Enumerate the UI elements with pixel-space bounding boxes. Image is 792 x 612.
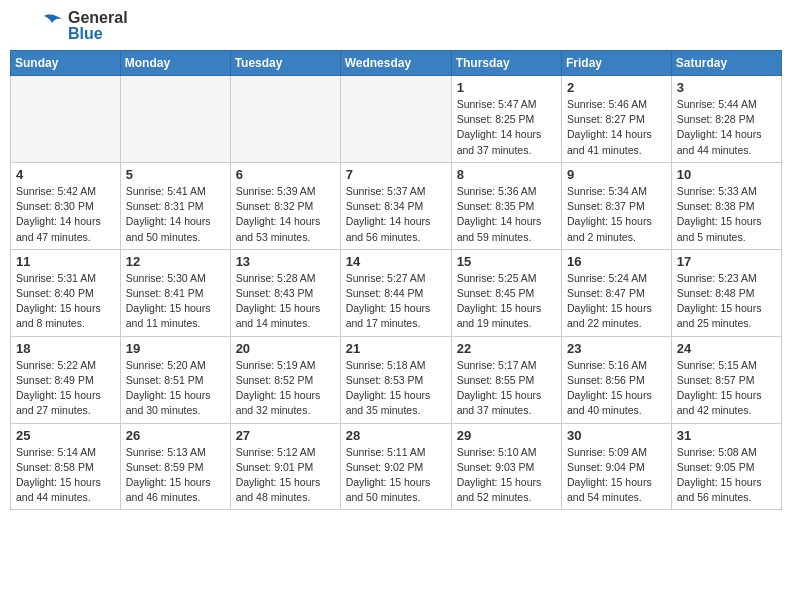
day-info: Sunrise: 5:31 AM Sunset: 8:40 PM Dayligh… bbox=[16, 271, 115, 332]
calendar-cell: 19Sunrise: 5:20 AM Sunset: 8:51 PM Dayli… bbox=[120, 336, 230, 423]
day-info: Sunrise: 5:36 AM Sunset: 8:35 PM Dayligh… bbox=[457, 184, 556, 245]
day-number: 2 bbox=[567, 80, 666, 95]
day-number: 15 bbox=[457, 254, 556, 269]
day-number: 27 bbox=[236, 428, 335, 443]
day-number: 12 bbox=[126, 254, 225, 269]
calendar-cell: 26Sunrise: 5:13 AM Sunset: 8:59 PM Dayli… bbox=[120, 423, 230, 510]
day-info: Sunrise: 5:23 AM Sunset: 8:48 PM Dayligh… bbox=[677, 271, 776, 332]
day-info: Sunrise: 5:46 AM Sunset: 8:27 PM Dayligh… bbox=[567, 97, 666, 158]
calendar-cell: 2Sunrise: 5:46 AM Sunset: 8:27 PM Daylig… bbox=[562, 76, 672, 163]
calendar-cell: 28Sunrise: 5:11 AM Sunset: 9:02 PM Dayli… bbox=[340, 423, 451, 510]
day-number: 5 bbox=[126, 167, 225, 182]
day-info: Sunrise: 5:41 AM Sunset: 8:31 PM Dayligh… bbox=[126, 184, 225, 245]
calendar-cell: 27Sunrise: 5:12 AM Sunset: 9:01 PM Dayli… bbox=[230, 423, 340, 510]
calendar-week-2: 4Sunrise: 5:42 AM Sunset: 8:30 PM Daylig… bbox=[11, 162, 782, 249]
day-info: Sunrise: 5:14 AM Sunset: 8:58 PM Dayligh… bbox=[16, 445, 115, 506]
logo-svg bbox=[14, 11, 64, 41]
calendar-cell: 21Sunrise: 5:18 AM Sunset: 8:53 PM Dayli… bbox=[340, 336, 451, 423]
calendar-week-1: 1Sunrise: 5:47 AM Sunset: 8:25 PM Daylig… bbox=[11, 76, 782, 163]
day-number: 18 bbox=[16, 341, 115, 356]
calendar-cell: 4Sunrise: 5:42 AM Sunset: 8:30 PM Daylig… bbox=[11, 162, 121, 249]
calendar-cell: 5Sunrise: 5:41 AM Sunset: 8:31 PM Daylig… bbox=[120, 162, 230, 249]
day-number: 1 bbox=[457, 80, 556, 95]
calendar-cell: 13Sunrise: 5:28 AM Sunset: 8:43 PM Dayli… bbox=[230, 249, 340, 336]
calendar-cell: 11Sunrise: 5:31 AM Sunset: 8:40 PM Dayli… bbox=[11, 249, 121, 336]
day-number: 4 bbox=[16, 167, 115, 182]
day-info: Sunrise: 5:13 AM Sunset: 8:59 PM Dayligh… bbox=[126, 445, 225, 506]
calendar-table: SundayMondayTuesdayWednesdayThursdayFrid… bbox=[10, 50, 782, 510]
calendar-cell bbox=[340, 76, 451, 163]
day-info: Sunrise: 5:25 AM Sunset: 8:45 PM Dayligh… bbox=[457, 271, 556, 332]
day-info: Sunrise: 5:37 AM Sunset: 8:34 PM Dayligh… bbox=[346, 184, 446, 245]
day-number: 11 bbox=[16, 254, 115, 269]
calendar-cell bbox=[230, 76, 340, 163]
logo-blue-text: Blue bbox=[68, 26, 128, 42]
weekday-header-saturday: Saturday bbox=[671, 51, 781, 76]
calendar-cell: 9Sunrise: 5:34 AM Sunset: 8:37 PM Daylig… bbox=[562, 162, 672, 249]
logo-text-wrapper: GeneralBlue bbox=[68, 10, 128, 42]
calendar-cell: 17Sunrise: 5:23 AM Sunset: 8:48 PM Dayli… bbox=[671, 249, 781, 336]
weekday-header-thursday: Thursday bbox=[451, 51, 561, 76]
calendar-cell: 6Sunrise: 5:39 AM Sunset: 8:32 PM Daylig… bbox=[230, 162, 340, 249]
calendar-cell: 30Sunrise: 5:09 AM Sunset: 9:04 PM Dayli… bbox=[562, 423, 672, 510]
day-info: Sunrise: 5:08 AM Sunset: 9:05 PM Dayligh… bbox=[677, 445, 776, 506]
day-number: 19 bbox=[126, 341, 225, 356]
day-info: Sunrise: 5:09 AM Sunset: 9:04 PM Dayligh… bbox=[567, 445, 666, 506]
day-info: Sunrise: 5:44 AM Sunset: 8:28 PM Dayligh… bbox=[677, 97, 776, 158]
day-info: Sunrise: 5:10 AM Sunset: 9:03 PM Dayligh… bbox=[457, 445, 556, 506]
weekday-header-sunday: Sunday bbox=[11, 51, 121, 76]
day-number: 9 bbox=[567, 167, 666, 182]
calendar-cell: 31Sunrise: 5:08 AM Sunset: 9:05 PM Dayli… bbox=[671, 423, 781, 510]
day-info: Sunrise: 5:20 AM Sunset: 8:51 PM Dayligh… bbox=[126, 358, 225, 419]
day-info: Sunrise: 5:34 AM Sunset: 8:37 PM Dayligh… bbox=[567, 184, 666, 245]
day-info: Sunrise: 5:12 AM Sunset: 9:01 PM Dayligh… bbox=[236, 445, 335, 506]
calendar-cell: 15Sunrise: 5:25 AM Sunset: 8:45 PM Dayli… bbox=[451, 249, 561, 336]
day-number: 7 bbox=[346, 167, 446, 182]
calendar-cell: 16Sunrise: 5:24 AM Sunset: 8:47 PM Dayli… bbox=[562, 249, 672, 336]
calendar-cell: 18Sunrise: 5:22 AM Sunset: 8:49 PM Dayli… bbox=[11, 336, 121, 423]
calendar-cell: 3Sunrise: 5:44 AM Sunset: 8:28 PM Daylig… bbox=[671, 76, 781, 163]
calendar-cell: 24Sunrise: 5:15 AM Sunset: 8:57 PM Dayli… bbox=[671, 336, 781, 423]
day-number: 13 bbox=[236, 254, 335, 269]
calendar-cell: 25Sunrise: 5:14 AM Sunset: 8:58 PM Dayli… bbox=[11, 423, 121, 510]
day-number: 17 bbox=[677, 254, 776, 269]
day-number: 23 bbox=[567, 341, 666, 356]
day-number: 6 bbox=[236, 167, 335, 182]
day-info: Sunrise: 5:17 AM Sunset: 8:55 PM Dayligh… bbox=[457, 358, 556, 419]
day-info: Sunrise: 5:27 AM Sunset: 8:44 PM Dayligh… bbox=[346, 271, 446, 332]
logo-general-text: General bbox=[68, 10, 128, 26]
logo: GeneralBlue bbox=[14, 10, 128, 42]
day-number: 14 bbox=[346, 254, 446, 269]
day-info: Sunrise: 5:22 AM Sunset: 8:49 PM Dayligh… bbox=[16, 358, 115, 419]
day-info: Sunrise: 5:28 AM Sunset: 8:43 PM Dayligh… bbox=[236, 271, 335, 332]
weekday-header-row: SundayMondayTuesdayWednesdayThursdayFrid… bbox=[11, 51, 782, 76]
calendar-cell: 20Sunrise: 5:19 AM Sunset: 8:52 PM Dayli… bbox=[230, 336, 340, 423]
day-info: Sunrise: 5:15 AM Sunset: 8:57 PM Dayligh… bbox=[677, 358, 776, 419]
calendar-cell: 8Sunrise: 5:36 AM Sunset: 8:35 PM Daylig… bbox=[451, 162, 561, 249]
day-number: 26 bbox=[126, 428, 225, 443]
calendar-week-3: 11Sunrise: 5:31 AM Sunset: 8:40 PM Dayli… bbox=[11, 249, 782, 336]
calendar-cell: 10Sunrise: 5:33 AM Sunset: 8:38 PM Dayli… bbox=[671, 162, 781, 249]
calendar-cell: 29Sunrise: 5:10 AM Sunset: 9:03 PM Dayli… bbox=[451, 423, 561, 510]
day-info: Sunrise: 5:47 AM Sunset: 8:25 PM Dayligh… bbox=[457, 97, 556, 158]
day-info: Sunrise: 5:30 AM Sunset: 8:41 PM Dayligh… bbox=[126, 271, 225, 332]
day-number: 30 bbox=[567, 428, 666, 443]
day-number: 10 bbox=[677, 167, 776, 182]
calendar-cell bbox=[11, 76, 121, 163]
page-header: GeneralBlue bbox=[10, 10, 782, 42]
day-number: 25 bbox=[16, 428, 115, 443]
calendar-week-4: 18Sunrise: 5:22 AM Sunset: 8:49 PM Dayli… bbox=[11, 336, 782, 423]
day-info: Sunrise: 5:16 AM Sunset: 8:56 PM Dayligh… bbox=[567, 358, 666, 419]
calendar-cell: 22Sunrise: 5:17 AM Sunset: 8:55 PM Dayli… bbox=[451, 336, 561, 423]
day-number: 29 bbox=[457, 428, 556, 443]
day-number: 28 bbox=[346, 428, 446, 443]
day-number: 16 bbox=[567, 254, 666, 269]
day-info: Sunrise: 5:11 AM Sunset: 9:02 PM Dayligh… bbox=[346, 445, 446, 506]
weekday-header-tuesday: Tuesday bbox=[230, 51, 340, 76]
calendar-week-5: 25Sunrise: 5:14 AM Sunset: 8:58 PM Dayli… bbox=[11, 423, 782, 510]
calendar-cell: 1Sunrise: 5:47 AM Sunset: 8:25 PM Daylig… bbox=[451, 76, 561, 163]
weekday-header-wednesday: Wednesday bbox=[340, 51, 451, 76]
day-info: Sunrise: 5:33 AM Sunset: 8:38 PM Dayligh… bbox=[677, 184, 776, 245]
calendar-cell: 7Sunrise: 5:37 AM Sunset: 8:34 PM Daylig… bbox=[340, 162, 451, 249]
calendar-cell: 12Sunrise: 5:30 AM Sunset: 8:41 PM Dayli… bbox=[120, 249, 230, 336]
